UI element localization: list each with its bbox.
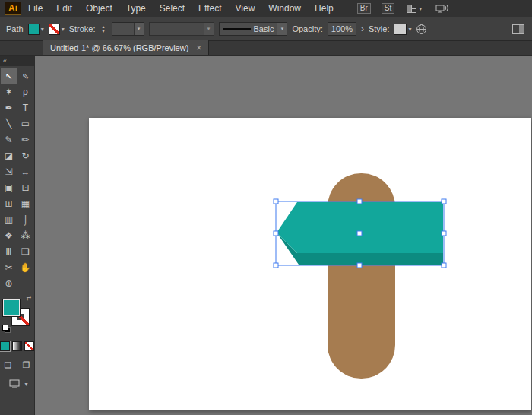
selection-handle[interactable] (274, 231, 278, 236)
menu-view[interactable]: View (229, 0, 262, 17)
stroke-color-swatch[interactable] (49, 24, 60, 35)
globe-icon (416, 24, 427, 35)
blend-tool[interactable]: ❖ (1, 227, 17, 243)
menu-edit[interactable]: Edit (49, 0, 79, 17)
rotate-tool[interactable]: ↻ (17, 147, 34, 163)
width-tool[interactable]: ↔ (17, 163, 34, 179)
fill-swatch[interactable] (2, 299, 21, 317)
control-panel-menu-button[interactable] (512, 24, 526, 34)
selection-handle[interactable] (274, 263, 278, 268)
selection-center-point[interactable] (357, 231, 362, 236)
draw-behind-mode-button[interactable]: ❐ (18, 358, 35, 372)
caret-down-icon: ▾ (62, 26, 65, 33)
column-graph-tool[interactable]: Ⅲ (1, 243, 17, 259)
banner-shape[interactable] (277, 202, 443, 253)
selection-handle[interactable] (357, 263, 362, 268)
rectangle-tool[interactable]: ▭ (17, 116, 34, 131)
caret-down-icon: ▾ (204, 23, 214, 35)
paintbrush-tool[interactable]: ✎ (1, 131, 17, 147)
tools-panel: « ↖ ⇖ ✶ ρ ✒ T ╲ ▭ ✎ ✏ ◪ ↻ ⇲ ↔ ▣ ⊡ ⊞ ▦ ▥ (0, 56, 35, 415)
menu-type[interactable]: Type (119, 0, 153, 17)
none-button[interactable] (24, 341, 34, 351)
type-tool[interactable]: T (17, 100, 34, 116)
pen-tool[interactable]: ✒ (1, 100, 17, 116)
color-button[interactable] (0, 341, 10, 351)
drawing-mode-buttons: ❏ ❐ (0, 358, 35, 372)
menu-select[interactable]: Select (153, 0, 192, 17)
tools-panel-collapse[interactable]: « (0, 56, 34, 66)
direct-selection-tool[interactable]: ⇖ (17, 68, 34, 84)
default-fill-stroke-icon[interactable] (2, 325, 11, 333)
panel-menu-icon (512, 24, 524, 34)
fill-color-control[interactable]: ▾ (28, 24, 44, 35)
selection-handle[interactable] (442, 199, 446, 204)
menu-window[interactable]: Window (261, 0, 308, 17)
share-screen-icon (435, 4, 449, 14)
zoom-tool[interactable]: ⊕ (1, 275, 17, 291)
eyedropper-tool[interactable]: ⌡ (17, 211, 34, 227)
fill-color-swatch[interactable] (28, 24, 40, 35)
graphic-style-dropdown[interactable]: ▾ (394, 24, 411, 35)
mesh-tool[interactable]: ▦ (17, 195, 34, 211)
symbol-sprayer-tool[interactable]: ⁂ (17, 227, 34, 243)
selection-handle[interactable] (442, 263, 446, 268)
workspace-switcher[interactable]: ▾ (407, 5, 422, 13)
brush-definition-dropdown[interactable]: Basic ▾ (219, 22, 288, 36)
gradient-tool[interactable]: ▥ (1, 211, 17, 227)
pencil-tool[interactable]: ✏ (17, 131, 34, 147)
menu-help[interactable]: Help (308, 0, 340, 17)
magic-wand-tool[interactable]: ✶ (1, 84, 17, 100)
artboard-tool[interactable]: ❏ (17, 243, 34, 259)
free-transform-tool[interactable]: ▣ (1, 179, 17, 195)
stroke-label: Stroke: (69, 24, 96, 33)
stock-button[interactable]: St (382, 3, 394, 14)
lasso-tool[interactable]: ρ (17, 84, 34, 100)
screen-mode-control: ▾ (6, 377, 27, 391)
shape-builder-tool[interactable]: ⊡ (17, 179, 34, 195)
opacity-dropdown[interactable]: 100% (328, 22, 356, 36)
perspective-grid-tool[interactable]: ⊞ (1, 195, 17, 211)
screen-mode-button[interactable] (6, 377, 23, 391)
document-tab-title: Untitled-1* @ 66.67% (RGB/Preview) (50, 43, 188, 52)
hand-tool[interactable]: ✋ (17, 259, 34, 275)
tools-grid: ↖ ⇖ ✶ ρ ✒ T ╲ ▭ ✎ ✏ ◪ ↻ ⇲ ↔ ▣ ⊡ ⊞ ▦ ▥ ⌡ (1, 68, 34, 291)
canvas-pasteboard[interactable] (35, 56, 532, 415)
selection-tool[interactable]: ↖ (1, 68, 17, 84)
eraser-tool[interactable]: ◪ (1, 147, 17, 163)
selection-handle[interactable] (274, 199, 278, 204)
stroke-weight-dropdown[interactable]: ▾ (112, 22, 144, 36)
document-tab[interactable]: Untitled-1* @ 66.67% (RGB/Preview) × (43, 40, 209, 55)
line-segment-tool[interactable]: ╲ (1, 116, 17, 131)
main-area: « ↖ ⇖ ✶ ρ ✒ T ╲ ▭ ✎ ✏ ◪ ↻ ⇲ ↔ ▣ ⊡ ⊞ ▦ ▥ (0, 56, 532, 415)
stroke-color-control[interactable]: ▾ (49, 24, 65, 35)
opacity-panel-arrow-icon[interactable]: › (361, 24, 364, 33)
color-mode-buttons (0, 341, 34, 351)
menu-object[interactable]: Object (79, 0, 119, 17)
caret-down-icon: ▾ (134, 23, 144, 35)
brush-stroke-preview (223, 28, 251, 30)
screen-mode-icon (9, 379, 20, 388)
artboard[interactable] (89, 118, 531, 410)
app-logo: Ai (5, 2, 21, 15)
scale-tool[interactable]: ⇲ (1, 163, 17, 179)
selection-handle[interactable] (357, 199, 362, 204)
menu-file[interactable]: File (21, 0, 49, 17)
swap-fill-stroke-icon[interactable]: ⇄ (27, 295, 32, 302)
width-profile-dropdown[interactable]: ▾ (149, 22, 214, 36)
spinner-down-icon[interactable]: ▾ (100, 29, 107, 33)
selection-handle[interactable] (442, 231, 446, 236)
bridge-button[interactable]: Br (357, 3, 371, 14)
stroke-weight-stepper[interactable]: ▴ ▾ (100, 24, 107, 33)
caret-down-icon: ▾ (419, 5, 422, 12)
draw-normal-mode-button[interactable]: ❏ (0, 358, 17, 372)
artwork-layer (89, 118, 531, 410)
slice-tool[interactable]: ✂ (1, 259, 17, 275)
gradient-button[interactable] (12, 341, 22, 351)
graphic-style-swatch[interactable] (394, 24, 407, 35)
document-setup-button[interactable] (416, 24, 427, 35)
brush-definition-value: Basic (251, 24, 277, 33)
share-screen-button[interactable] (435, 4, 449, 14)
tab-close-icon[interactable]: × (196, 43, 201, 52)
menu-effect[interactable]: Effect (192, 0, 228, 17)
caret-down-icon: ▾ (408, 26, 411, 33)
